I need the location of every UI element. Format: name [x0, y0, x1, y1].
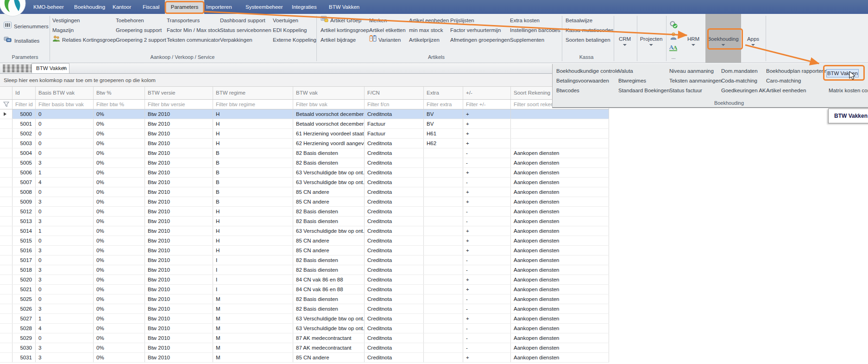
grid-cell[interactable]: - [463, 265, 511, 275]
ribbon-item-edi-koppeling[interactable]: EDI Koppeling [273, 26, 316, 35]
grid-cell[interactable]: 5026 [13, 304, 36, 313]
grid-cell[interactable]: Creditnota [365, 158, 424, 167]
grid-cell[interactable]: 5021 [13, 285, 36, 294]
grid-cell[interactable]: 84 CN vak 86 en 88 [293, 285, 365, 294]
grid-cell[interactable]: + [463, 109, 511, 119]
grid-cell[interactable]: + [463, 187, 511, 197]
grid-cell[interactable]: 82 Basis diensten [293, 217, 365, 226]
menu-item-niveau-aanmaning[interactable]: Niveau aanmaning [669, 66, 722, 76]
grid-cell[interactable]: 0% [94, 217, 145, 226]
grid-cell[interactable]: 0% [94, 314, 145, 323]
ribbon-item-teksten-communicator[interactable]: Teksten communicator [167, 35, 220, 45]
grid-cell[interactable]: Creditnota [365, 324, 424, 333]
grid-row-5000[interactable]: 500000%Btw 2010HBetaald voorschot decemb… [0, 109, 609, 119]
grid-cell[interactable]: 5009 [13, 197, 36, 206]
grid-cell[interactable]: + [463, 119, 511, 128]
menu-item-btwcodes[interactable]: Btwcodes [556, 86, 619, 96]
grid-cell[interactable]: Aankopen diensten [511, 187, 609, 197]
grid-cell[interactable]: Creditnota [365, 178, 424, 187]
ribbon-item-varianten[interactable]: Varianten [369, 35, 406, 45]
grid-cell[interactable]: + [463, 236, 511, 245]
grid-cell[interactable] [424, 236, 463, 245]
grid-cell[interactable]: Creditnota [365, 217, 424, 226]
grid-cell[interactable]: - [463, 178, 511, 187]
grid-cell[interactable]: Btw 2010 [145, 168, 213, 177]
grid-cell[interactable]: 63 Verschuldigde btw op ont... [293, 178, 365, 187]
ribbon-item-voertuigen[interactable]: Voertuigen [273, 16, 316, 26]
settings-check-icon[interactable] [669, 19, 678, 30]
filter-cell-0[interactable]: Filter id [13, 100, 36, 109]
grid-cell[interactable]: Btw 2010 [145, 304, 213, 313]
ribbon-item-artikel-kortingsgroep[interactable]: Artikel kortingsgroep [321, 26, 369, 35]
grid-cell[interactable]: - [463, 158, 511, 167]
grid-cell[interactable]: Aankopen diensten [511, 343, 609, 352]
grid-cell[interactable]: M [213, 314, 293, 323]
grid-cell[interactable]: Btw 2010 [145, 275, 213, 284]
grid-cell[interactable]: BV [424, 119, 463, 128]
grid-cell[interactable] [424, 314, 463, 323]
grid-row-5008[interactable]: 500800%Btw 2010B85 CN andereCreditnota+A… [0, 187, 609, 197]
menu-importeren[interactable]: Importeren [206, 0, 232, 14]
filter-cell-4[interactable]: Filter btw regime [213, 100, 293, 109]
filter-cell-6[interactable]: Filter f/cn [365, 100, 424, 109]
ribbon-item-toebehoren[interactable]: Toebehoren [116, 16, 166, 26]
ribbon-item-factor-min-max-stock[interactable]: Factor Min / Max stock [167, 26, 220, 35]
grid-cell[interactable]: Aankopen diensten [511, 265, 609, 275]
grid-cell[interactable]: 5006 [13, 168, 36, 177]
grid-cell[interactable]: 0% [94, 294, 145, 304]
grid-cell[interactable]: Aankopen diensten [511, 178, 609, 187]
grid-cell[interactable]: M [213, 304, 293, 313]
grid-cell[interactable]: Aankopen diensten [511, 353, 609, 362]
grid-cell[interactable]: Btw 2010 [145, 148, 213, 158]
grid-cell[interactable]: Btw 2010 [145, 178, 213, 187]
grid-cell[interactable]: B [213, 148, 293, 158]
grid-cell[interactable]: 0% [94, 226, 145, 236]
grid-cell[interactable]: 5016 [13, 246, 36, 255]
grid-cell[interactable]: 0% [94, 139, 145, 148]
grid-cell[interactable]: Creditnota [365, 246, 424, 255]
grid-cell[interactable]: - [463, 333, 511, 343]
grid-cell[interactable]: 3 [36, 343, 94, 352]
ribbon-item-groepering-2-support[interactable]: Groepering 2 support [116, 35, 166, 45]
grid-cell[interactable]: 0 [36, 294, 94, 304]
grid-cell[interactable]: - [463, 304, 511, 313]
grid-cell[interactable]: 84 CN vak 86 en 88 [293, 275, 365, 284]
grid-cell[interactable]: Creditnota [365, 265, 424, 275]
menu-item-goedkeuringen-ak[interactable]: Goedkeuringen AK [721, 86, 766, 96]
tab-btw-vakken[interactable]: BTW Vakken ✕ [31, 63, 69, 73]
grid-cell[interactable]: 1 [36, 226, 94, 236]
ribbon-item-betaalwijze[interactable]: Betaalwijze [566, 16, 614, 26]
column-header-btw-regime[interactable]: BTW regime [213, 87, 293, 99]
ribbon-item-afmetingen-groeperingen[interactable]: Afmetingen groeperingen [450, 35, 510, 45]
menu-item-boekhoudplan-rapportering[interactable]: Boekhoudplan rapportering [766, 66, 830, 76]
grid-cell[interactable]: Creditnota [365, 187, 424, 197]
grid-cell[interactable]: Creditnota [365, 207, 424, 216]
grid-row-5006[interactable]: 500610%Btw 2010B63 Verschuldigde btw op … [0, 168, 609, 178]
menu-item-standaard-boekingen[interactable]: Standaard Boekingen [618, 86, 670, 96]
grid-cell[interactable]: 0% [94, 187, 145, 197]
grid-cell[interactable]: + [463, 353, 511, 362]
employee-icon[interactable] [669, 30, 678, 42]
grid-cell[interactable]: H [213, 139, 293, 148]
grid-cell[interactable]: 3 [36, 275, 94, 284]
grid-cell[interactable]: - [463, 207, 511, 216]
grid-cell[interactable]: 0% [94, 129, 145, 138]
grid-cell[interactable]: Aankopen diensten [511, 275, 609, 284]
grid-cell[interactable]: 0 [36, 129, 94, 138]
ribbon-dropdown-crm[interactable]: CRM [619, 36, 631, 46]
grid-cell[interactable]: + [463, 314, 511, 323]
grid-cell[interactable]: H61 [424, 129, 463, 138]
grid-cell[interactable] [511, 139, 609, 148]
grid-cell[interactable]: 5013 [13, 217, 36, 226]
grid-cell[interactable]: 0 [36, 119, 94, 128]
menu-systeembeheer[interactable]: Systeembeheer [245, 0, 283, 14]
grid-cell[interactable]: 0% [94, 148, 145, 158]
grid-cell[interactable]: 4 [36, 178, 94, 187]
grid-cell[interactable]: 5018 [13, 265, 36, 275]
grid-cell[interactable]: 3 [36, 265, 94, 275]
grid-row-5030[interactable]: 503030%Btw 2010M87 AK medecontractantCre… [0, 343, 609, 353]
grid-cell[interactable]: 4 [36, 324, 94, 333]
grid-cell[interactable]: 5003 [13, 139, 36, 148]
column-header--[interactable]: +/- [463, 87, 511, 99]
ribbon-item-artikel-etiketten[interactable]: Artikel etiketten [369, 26, 406, 35]
